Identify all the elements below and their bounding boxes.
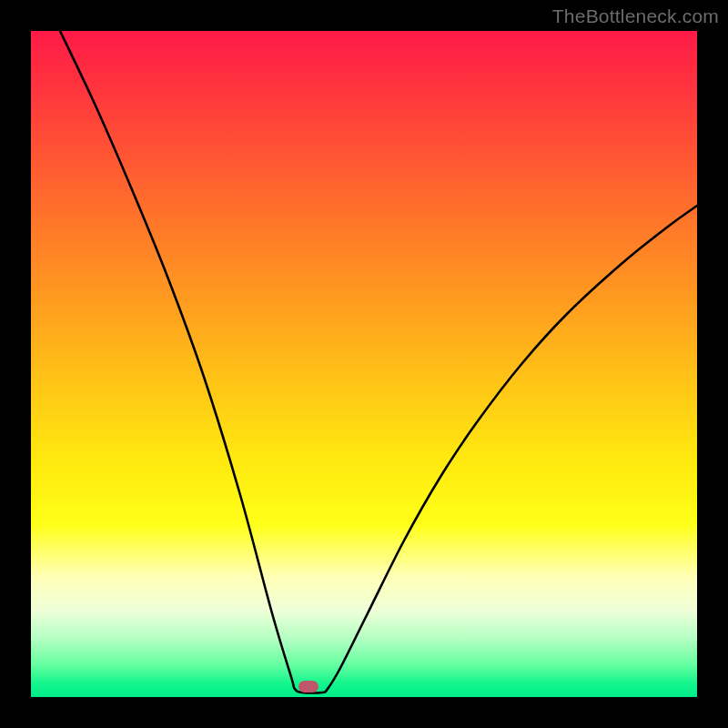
plot-area xyxy=(31,31,697,697)
watermark-label: TheBottleneck.com xyxy=(552,5,719,27)
bottleneck-marker xyxy=(298,681,318,693)
chart-frame: TheBottleneck.com xyxy=(0,0,728,728)
bottleneck-curve xyxy=(60,31,697,693)
curve-layer xyxy=(31,31,697,697)
